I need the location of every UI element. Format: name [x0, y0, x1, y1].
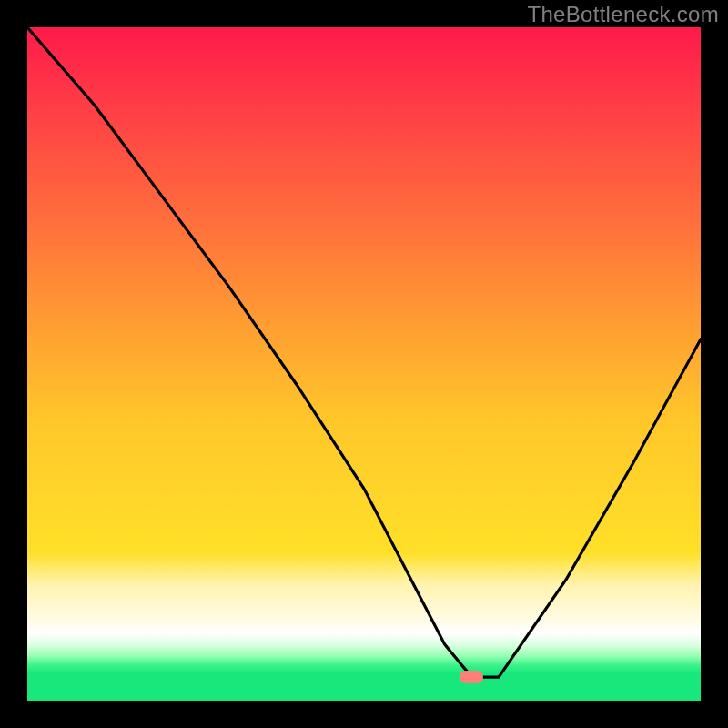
bottleneck-curve-path: [27, 27, 701, 677]
optimal-marker: [460, 671, 483, 683]
plot-area: [27, 27, 701, 701]
chart-frame: TheBottleneck.com: [0, 0, 728, 728]
watermark-text: TheBottleneck.com: [527, 2, 719, 27]
curve-svg: [27, 27, 701, 701]
